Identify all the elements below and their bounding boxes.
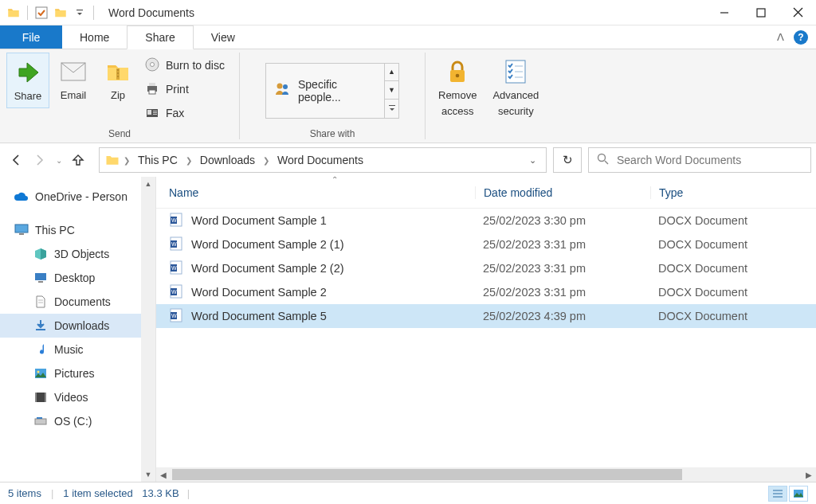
quick-access-toolbar — [0, 4, 102, 21]
qat-dropdown-icon[interactable] — [71, 4, 88, 21]
home-tab[interactable]: Home — [62, 25, 127, 49]
navigation-bar: ⌄ ❯ This PC ❯ Downloads ❯ Word Documents… — [0, 143, 816, 177]
svg-text:W: W — [171, 313, 177, 318]
minimize-button[interactable] — [706, 0, 743, 25]
horizontal-scrollbar[interactable]: ◀ ▶ — [156, 467, 816, 482]
chevron-right-icon[interactable]: ❯ — [186, 156, 192, 165]
svg-rect-21 — [389, 105, 395, 106]
folder-icon — [5, 4, 22, 21]
address-bar[interactable]: ❯ This PC ❯ Downloads ❯ Word Documents ⌄ — [99, 147, 547, 173]
chevron-right-icon[interactable]: ❯ — [124, 156, 130, 165]
column-date[interactable]: Date modified — [475, 186, 650, 199]
breadcrumb-thispc[interactable]: This PC — [133, 154, 182, 166]
sidebar-item-onedrive[interactable]: OneDrive - Person — [0, 185, 155, 209]
sidebar-item-documents[interactable]: Documents — [0, 290, 155, 314]
refresh-button[interactable]: ↻ — [553, 147, 582, 173]
fax-button[interactable]: Fax — [142, 104, 228, 123]
sidebar-item-desktop[interactable]: Desktop — [0, 266, 155, 290]
docx-icon: W — [169, 236, 183, 253]
svg-rect-13 — [149, 90, 155, 94]
svg-point-20 — [283, 84, 288, 89]
svg-rect-42 — [35, 419, 46, 424]
breadcrumb-downloads[interactable]: Downloads — [195, 154, 260, 166]
svg-point-19 — [277, 84, 283, 89]
sidebar-item-music[interactable]: Music — [0, 338, 155, 361]
gallery-down-icon[interactable]: ▼ — [385, 81, 399, 100]
folder-icon — [104, 152, 120, 168]
sidebar-item-pictures[interactable]: Pictures — [0, 361, 155, 385]
svg-rect-31 — [19, 233, 24, 235]
svg-rect-30 — [15, 225, 28, 232]
maximize-button[interactable] — [743, 0, 779, 25]
gallery-up-icon[interactable]: ▲ — [385, 63, 399, 81]
lock-icon — [443, 57, 472, 86]
share-button[interactable]: Share — [6, 53, 49, 108]
thumbnails-view-button[interactable] — [789, 486, 808, 502]
file-list: ⌃ Name Date modified Type WWord Document… — [156, 177, 816, 482]
forward-button[interactable] — [29, 149, 51, 171]
close-button[interactable] — [779, 0, 816, 25]
onedrive-icon — [14, 189, 29, 204]
scroll-thumb[interactable] — [172, 469, 682, 480]
share-tab[interactable]: Share — [127, 25, 193, 49]
search-icon — [597, 153, 609, 167]
collapse-ribbon-icon[interactable]: ᐱ — [777, 31, 784, 43]
file-row[interactable]: WWord Document Sample 2 (1) 25/02/2023 3… — [156, 232, 816, 256]
zip-button[interactable]: Zip — [97, 53, 139, 107]
ribbon-tabs: File Home Share View ᐱ ? — [0, 25, 816, 49]
document-icon — [33, 295, 48, 309]
burn-to-disc-button[interactable]: Burn to disc — [142, 56, 228, 75]
chevron-right-icon[interactable]: ❯ — [263, 156, 269, 165]
picture-icon — [33, 366, 48, 381]
share-with-gallery[interactable]: Specific people... ▲ ▼ — [265, 63, 399, 119]
svg-point-28 — [598, 154, 606, 162]
share-with-group-label: Share with — [240, 128, 425, 143]
file-row[interactable]: WWord Document Sample 2 (2) 25/02/2023 3… — [156, 256, 816, 280]
email-button[interactable]: Email — [53, 53, 94, 107]
print-button[interactable]: Print — [142, 80, 228, 99]
svg-point-23 — [456, 74, 460, 78]
scroll-up-icon[interactable]: ▲ — [141, 177, 155, 191]
scroll-down-icon[interactable]: ▼ — [141, 467, 155, 482]
svg-text:W: W — [171, 241, 177, 247]
file-row[interactable]: WWord Document Sample 5 25/02/2023 4:39 … — [156, 304, 816, 328]
folder-icon[interactable] — [52, 4, 69, 21]
checklist-icon — [501, 57, 530, 86]
back-button[interactable] — [5, 149, 27, 171]
gallery-more-icon[interactable] — [385, 100, 399, 119]
column-type[interactable]: Type — [650, 186, 816, 199]
main-area: OneDrive - Person This PC 3D Objects Des… — [0, 177, 816, 482]
svg-rect-41 — [45, 393, 46, 402]
sidebar-item-osdrive[interactable]: OS (C:) — [0, 409, 155, 433]
svg-rect-18 — [153, 114, 157, 115]
file-row[interactable]: WWord Document Sample 2 25/02/2023 3:31 … — [156, 280, 816, 304]
people-icon — [274, 82, 292, 99]
docx-icon: W — [169, 308, 183, 325]
search-box[interactable] — [588, 147, 811, 173]
checkbox-icon[interactable] — [33, 4, 50, 21]
sidebar-scrollbar[interactable]: ▲ ▼ — [141, 177, 155, 482]
remove-access-button[interactable]: Remove access — [432, 53, 483, 122]
help-icon[interactable]: ? — [794, 30, 808, 45]
up-button[interactable] — [67, 149, 89, 171]
column-name[interactable]: Name — [156, 186, 475, 199]
svg-rect-17 — [153, 112, 157, 113]
breadcrumb-current[interactable]: Word Documents — [273, 154, 368, 166]
file-row[interactable]: WWord Document Sample 1 25/02/2023 3:30 … — [156, 209, 816, 232]
file-tab[interactable]: File — [0, 25, 62, 49]
svg-rect-12 — [149, 83, 155, 86]
advanced-security-button[interactable]: Advanced security — [486, 53, 545, 122]
scroll-left-icon[interactable]: ◀ — [156, 471, 171, 479]
window-controls — [706, 0, 816, 25]
sidebar-item-3dobjects[interactable]: 3D Objects — [0, 242, 155, 266]
sidebar-item-thispc[interactable]: This PC — [0, 218, 155, 242]
recent-dropdown-icon[interactable]: ⌄ — [53, 149, 65, 171]
scroll-right-icon[interactable]: ▶ — [802, 471, 816, 479]
address-dropdown-icon[interactable]: ⌄ — [524, 155, 541, 166]
search-input[interactable] — [617, 154, 802, 166]
music-note-icon — [33, 342, 48, 357]
details-view-button[interactable] — [768, 486, 787, 502]
view-tab[interactable]: View — [194, 25, 253, 49]
sidebar-item-downloads[interactable]: Downloads — [0, 314, 155, 338]
sidebar-item-videos[interactable]: Videos — [0, 385, 155, 409]
